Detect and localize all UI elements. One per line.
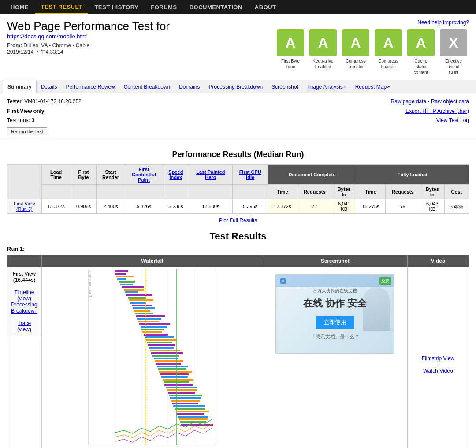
col-first-byte: FirstByte [71,165,96,185]
tester-label: Tester: [7,98,23,105]
trace-view-link[interactable]: (view) [17,326,31,332]
subnav-image-analysis[interactable]: Image Analysis ↗ [303,80,351,93]
cell-last-painted: 13.500s [189,199,233,214]
screenshot-wrapper: D 免费 百万人协作的在线文档 在线 协作 安全 立即使用 [263,267,407,448]
svg-rect-48 [166,387,197,388]
subnav-domains[interactable]: Domains [175,80,204,93]
svg-rect-54 [172,403,198,404]
timeline-view-link[interactable]: (view) [17,295,31,302]
svg-rect-20 [135,313,153,314]
cell-load-time: 13.372s [41,199,71,214]
cell-first-byte: 0.906s [71,199,96,214]
header-meta: From: Dulles, VA - Chrome - Cable 2019/1… [7,42,170,56]
svg-rect-30 [146,339,177,341]
svg-rect-58 [177,413,204,415]
video-separator: - [437,362,439,368]
view-type: First View only [7,108,44,114]
svg-rect-38 [155,360,183,362]
svg-rect-7 [117,278,126,280]
subnav-performance-review[interactable]: Performance Review [61,80,119,93]
svg-rect-6 [116,276,134,277]
cell-full-requests: 79 [385,199,420,214]
subnav-request-map[interactable]: Request Map ↗ [351,80,394,93]
subnav-details[interactable]: Details [37,80,62,93]
subnav-processing-breakdown[interactable]: Processing Breakdown [205,80,268,93]
plot-full-results-link[interactable]: Plot Full Results [219,217,257,224]
header-right: Need help improving? A First ByteTime A … [275,19,469,75]
grade-letter-compress-transfer: A [342,29,369,56]
col-fcp: FirstContentfulPaint [125,165,163,185]
svg-rect-16 [130,302,146,304]
sub-col-full-req: Requests [385,185,420,199]
svg-rect-53 [171,400,200,402]
svg-rect-27 [142,331,162,333]
grade-compress-transfer: A CompressTransfer [340,29,371,75]
subnav-screenshot[interactable]: Screenshot [267,80,303,93]
waterfall-cell: 1 2 3 4 5 6 7 8 9 10 [42,267,263,448]
svg-rect-49 [167,389,197,391]
grade-label-compress-transfer: CompressTransfer [346,58,366,70]
rerun-button[interactable]: Re-run the test [7,127,47,135]
raw-page-data-link[interactable]: Raw page data [391,98,427,105]
header-left: Web Page Performance Test for https://do… [7,19,170,56]
svg-rect-34 [150,350,180,351]
run-col-video: Video [408,255,469,267]
grade-compress-images: A CompressImages [373,29,404,75]
svg-rect-22 [137,318,161,320]
nav-about[interactable]: ABOUT [249,0,283,14]
top-navigation: HOME TEST RESULT TEST HISTORY FORUMS DOC… [0,0,476,14]
waterfall-wrapper: 1 2 3 4 5 6 7 8 9 10 [42,267,263,447]
sub-col-full-bytes: BytesIn [420,185,445,199]
nav-home[interactable]: HOME [4,0,35,14]
svg-rect-60 [179,418,208,420]
run-col-empty [7,255,42,267]
svg-rect-13 [126,294,152,296]
video-cell: Filmstrip View - Watch Video [408,267,469,448]
nav-test-history[interactable]: TEST HISTORY [88,0,145,14]
timeline-link[interactable]: Timeline [15,289,34,295]
subnav-summary[interactable]: Summary [3,80,37,93]
sub-col-fci [233,185,268,199]
filmstrip-link[interactable]: Filmstrip View [422,355,454,362]
run-1-row: First View(16.444s) Timeline (view) Proc… [7,267,469,448]
processing-breakdown-link[interactable]: Processing Breakdown [11,302,37,314]
svg-rect-28 [144,334,168,336]
grade-label-keepalive: Keep-aliveEnabled [312,58,333,70]
svg-rect-11 [124,289,144,291]
view-test-log-link[interactable]: View Test Log [436,117,469,123]
run-1-label: Run 1: [7,246,469,252]
video-content: Filmstrip View - Watch Video [408,267,469,448]
svg-rect-23 [138,321,159,322]
grade-cache-static: A Cachestaticcontent [405,29,436,75]
cell-full-time: 15.275s [356,199,385,214]
run-col-waterfall: Waterfall [42,255,263,267]
svg-rect-26 [141,329,164,330]
svg-rect-15 [129,299,153,301]
col-speed-index: SpeedIndex [163,165,189,185]
svg-rect-55 [173,405,205,407]
screenshot-image: D 免费 百万人协作的在线文档 在线 协作 安全 立即使用 [275,274,394,354]
svg-rect-12 [125,291,138,293]
nav-test-result[interactable]: TEST RESULT [35,0,88,14]
nav-documentation[interactable]: DOCUMENTATION [183,0,249,14]
tested-url[interactable]: https://docs.qq.com/mobile.html [7,33,88,40]
cell-start-render: 2.400s [97,199,125,214]
sub-col-load [41,185,71,199]
screenshot-cn-text: 在线 协作 安全 [303,297,367,310]
need-help-link[interactable]: Need help improving? [417,19,469,26]
cell-cost: $$$$$ [444,199,469,214]
run-col-screenshot: Screenshot [263,255,407,267]
sub-col-fb [71,185,96,199]
trace-link[interactable]: Trace [18,320,31,326]
watch-video-link[interactable]: Watch Video [423,368,453,374]
grade-letter-keepalive: A [309,29,337,56]
table-row: First View(Run 3) 13.372s 0.906s 2.400s … [7,199,469,214]
sub-col-doc-bytes: BytesIn [332,185,356,199]
raw-object-data-link[interactable]: Raw object data [431,98,469,105]
run-info: First View(16.444s) Timeline (view) Proc… [7,267,41,336]
svg-rect-42 [159,371,192,373]
nav-forums[interactable]: FORUMS [145,0,183,14]
subnav-content-breakdown[interactable]: Content Breakdown [119,80,175,93]
export-har-link[interactable]: Export HTTP Archive (.har) [405,108,469,114]
col-first-cpu: First CPUIdle [233,165,268,185]
